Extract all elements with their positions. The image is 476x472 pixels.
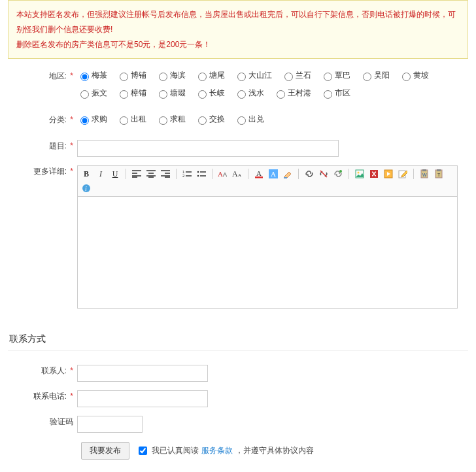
area-option[interactable]: 长岐 (195, 88, 225, 99)
area-radio[interactable] (80, 90, 89, 99)
submit-button[interactable]: 我要发布 (81, 442, 129, 460)
captcha-input[interactable] (77, 416, 143, 433)
required-mark: * (70, 392, 73, 401)
required-mark: * (70, 141, 73, 150)
align-center-icon[interactable] (145, 168, 157, 180)
link-icon[interactable] (303, 168, 315, 180)
svg-text:A: A (238, 173, 241, 178)
unordered-list-icon[interactable] (196, 168, 207, 180)
area-option[interactable]: 黄坡 (399, 70, 429, 81)
area-radio[interactable] (120, 90, 128, 99)
category-option[interactable]: 求租 (156, 114, 186, 125)
category-radio-group: 求购出租求租交换出兑 (77, 112, 468, 131)
row-category: 分类: * 求购出租求租交换出兑 (8, 112, 468, 131)
area-option[interactable]: 吴阳 (360, 70, 390, 81)
area-radio[interactable] (120, 73, 128, 81)
area-radio[interactable] (237, 73, 246, 81)
paste-plain-icon[interactable]: T (433, 168, 445, 180)
contact-name-input[interactable] (77, 365, 208, 382)
category-option[interactable]: 求购 (77, 114, 107, 125)
area-option[interactable]: 覃巴 (320, 70, 350, 81)
area-radio[interactable] (237, 90, 246, 99)
category-option[interactable]: 交换 (195, 114, 225, 125)
font-size-icon[interactable]: AA (231, 168, 243, 180)
area-radio[interactable] (198, 73, 207, 81)
anchor-icon[interactable] (332, 168, 344, 180)
svg-text:A: A (232, 169, 238, 178)
editor-body[interactable] (78, 197, 457, 308)
area-option-label: 长岐 (209, 88, 225, 99)
category-radio[interactable] (80, 116, 89, 125)
contact-phone-input[interactable] (77, 390, 208, 407)
area-radio[interactable] (363, 73, 371, 81)
category-option[interactable]: 出兑 (234, 114, 264, 125)
underline-icon[interactable]: U (109, 168, 121, 180)
area-option-label: 塘尾 (209, 70, 225, 81)
ordered-list-icon[interactable]: 12 (181, 168, 193, 180)
category-radio[interactable] (237, 116, 246, 125)
label-contact-name: 联系人: * (8, 363, 77, 377)
agree-label[interactable]: 我已认真阅读服务条款，并遵守具体协议内容 (136, 445, 314, 457)
unlink-icon[interactable] (318, 168, 330, 180)
svg-text:A: A (218, 170, 223, 178)
svg-text:i: i (85, 185, 87, 192)
row-captcha: 验证码 (8, 414, 468, 433)
area-radio[interactable] (80, 73, 89, 81)
category-option[interactable]: 出租 (116, 114, 146, 125)
media-icon[interactable] (382, 168, 394, 180)
row-area: 地区: * 梅菉博铺海滨塘尾大山江兰石覃巴吴阳黄坡振文樟铺塘㙍长岐浅水王村港市区 (8, 68, 468, 105)
area-option[interactable]: 塘尾 (195, 70, 225, 81)
row-title: 题目: * (8, 138, 468, 157)
label-contact-phone: 联系电话: * (8, 388, 77, 402)
about-icon[interactable]: i (80, 182, 92, 194)
area-option[interactable]: 樟铺 (116, 88, 146, 99)
area-radio-group: 梅菉博铺海滨塘尾大山江兰石覃巴吴阳黄坡振文樟铺塘㙍长岐浅水王村港市区 (77, 68, 468, 105)
area-option[interactable]: 博铺 (116, 70, 146, 81)
area-option[interactable]: 塘㙍 (156, 88, 186, 99)
agree-text-suffix: ，并遵守具体协议内容 (235, 445, 314, 456)
area-option[interactable]: 王村港 (273, 88, 311, 99)
svg-text:A: A (256, 169, 262, 177)
separator-icon (248, 169, 248, 179)
flash-icon[interactable] (368, 168, 380, 180)
rich-editor: B I U 12 AA AA A A (77, 165, 458, 309)
area-option[interactable]: 振文 (77, 88, 107, 99)
area-radio[interactable] (324, 73, 332, 81)
area-option[interactable]: 兰石 (281, 70, 311, 81)
paste-word-icon[interactable]: W (418, 168, 430, 180)
remove-format-icon[interactable] (282, 168, 294, 180)
area-option[interactable]: 海滨 (156, 70, 186, 81)
area-radio[interactable] (159, 73, 167, 81)
align-right-icon[interactable] (160, 168, 171, 180)
svg-text:2: 2 (182, 174, 185, 178)
svg-text:T: T (437, 173, 441, 177)
area-option-label: 振文 (92, 88, 107, 99)
area-radio[interactable] (402, 73, 411, 81)
area-radio[interactable] (159, 90, 167, 99)
edit-icon[interactable] (397, 168, 409, 180)
category-radio[interactable] (198, 116, 207, 125)
terms-link[interactable]: 服务条款 (201, 445, 233, 456)
align-left-icon[interactable] (131, 168, 143, 180)
font-family-icon[interactable]: AA (217, 168, 229, 180)
italic-icon[interactable]: I (95, 168, 107, 180)
backcolor-icon[interactable]: A (267, 168, 279, 180)
area-option[interactable]: 大山江 (234, 70, 272, 81)
area-radio[interactable] (198, 90, 207, 99)
svg-text:A: A (223, 171, 227, 178)
area-radio[interactable] (277, 90, 285, 99)
area-radio[interactable] (324, 90, 332, 99)
label-detail: 更多详细: * (8, 163, 77, 177)
area-radio[interactable] (284, 73, 293, 81)
image-icon[interactable] (354, 168, 366, 180)
category-radio[interactable] (120, 116, 128, 125)
area-option-label: 海滨 (170, 70, 186, 81)
category-radio[interactable] (159, 116, 167, 125)
forecolor-icon[interactable]: A (253, 168, 265, 180)
area-option[interactable]: 浅水 (234, 88, 264, 99)
bold-icon[interactable]: B (80, 168, 92, 180)
title-input[interactable] (77, 140, 339, 157)
agree-checkbox[interactable] (139, 447, 147, 455)
area-option[interactable]: 市区 (320, 88, 350, 99)
area-option[interactable]: 梅菉 (77, 70, 107, 81)
